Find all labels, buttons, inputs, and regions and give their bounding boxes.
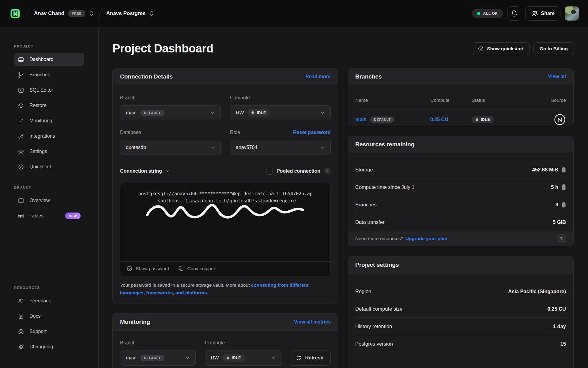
check-circle-icon bbox=[18, 164, 24, 170]
lifebuoy-icon bbox=[18, 328, 24, 335]
monitoring-compute-select[interactable]: RW IDLE bbox=[205, 351, 282, 366]
compute-select[interactable]: RW IDLE bbox=[230, 105, 331, 120]
sidebar-item-restore[interactable]: Restore bbox=[14, 99, 84, 112]
database-value: quotesdb bbox=[126, 145, 146, 150]
go-to-billing-label: Go to Billing bbox=[540, 46, 568, 52]
idle-dot-icon bbox=[476, 118, 478, 121]
user-avatar[interactable] bbox=[565, 6, 579, 21]
sidebar-spacer bbox=[14, 225, 84, 286]
status-text: ALL OK bbox=[483, 11, 498, 16]
table-icon bbox=[18, 213, 24, 219]
pooled-connection-label: Pooled connection bbox=[277, 168, 320, 174]
sidebar-item-changelog[interactable]: Changelog bbox=[14, 340, 84, 353]
setting-row-compute-size: Default compute size 0.25 CU bbox=[355, 300, 566, 318]
branch-table-row: main DEFAULT 0.25 CU IDLE bbox=[355, 113, 566, 126]
resource-value: 452.68 MiB bbox=[532, 167, 558, 173]
sidebar-item-support[interactable]: Support bbox=[14, 325, 84, 338]
breadcrumb-divider bbox=[26, 8, 29, 18]
upgrade-plan-link[interactable]: Upgrade your plan bbox=[405, 236, 447, 241]
sidebar-item-docs[interactable]: Docs bbox=[14, 310, 84, 323]
monitoring-compute-field: Compute RW IDLE bbox=[205, 340, 282, 366]
sidebar: PROJECT Dashboard Branches SQL Editor Re… bbox=[0, 27, 99, 368]
monitoring-title: Monitoring bbox=[120, 319, 150, 325]
sidebar-item-quickstart[interactable]: Quickstart bbox=[14, 160, 84, 173]
pooled-help-icon[interactable]: ? bbox=[324, 168, 331, 174]
monitoring-branch-select[interactable]: main DEFAULT bbox=[120, 351, 196, 366]
chevron-down-icon bbox=[185, 355, 190, 360]
breadcrumb-project[interactable]: Anavs Postgres bbox=[106, 10, 154, 17]
view-all-metrics-link[interactable]: View all metrics bbox=[294, 319, 331, 325]
sidebar-item-integrations[interactable]: Integrations bbox=[14, 130, 84, 143]
sidebar-item-label: SQL Editor bbox=[29, 87, 53, 93]
chevron-down-icon bbox=[271, 355, 276, 360]
branch-value: main bbox=[126, 355, 137, 361]
copy-snippet-button[interactable]: Copy snippet bbox=[178, 266, 215, 272]
connection-string-toggle[interactable]: Connection string bbox=[120, 168, 170, 174]
project-settings-card: Project settings Region Asia Pacific (Si… bbox=[348, 256, 574, 368]
share-button[interactable]: Share bbox=[526, 6, 560, 21]
connection-details-title: Connection Details bbox=[120, 73, 173, 80]
reset-password-link[interactable]: Reset password bbox=[293, 130, 331, 135]
read-more-link[interactable]: Read more bbox=[305, 74, 331, 79]
branch-select[interactable]: main DEFAULT bbox=[120, 105, 221, 120]
setting-value: 0.25 CU bbox=[547, 306, 566, 312]
sidebar-item-overview[interactable]: Overview bbox=[14, 194, 84, 207]
setting-value: Asia Pacific (Singapore) bbox=[508, 289, 566, 294]
window-icon bbox=[18, 197, 24, 204]
sidebar-item-tables[interactable]: Tables NEW bbox=[14, 209, 84, 222]
chevron-updown-icon[interactable] bbox=[89, 10, 94, 16]
sidebar-item-label: Tables bbox=[29, 213, 43, 219]
role-value: anav5704 bbox=[236, 145, 257, 150]
database-select[interactable]: quotesdb bbox=[120, 140, 221, 155]
default-badge: DEFAULT bbox=[140, 110, 164, 116]
org-name: Anav Chand bbox=[34, 10, 64, 17]
setting-row-postgres-version: Postgres version 15 bbox=[355, 335, 566, 353]
chevron-updown-icon[interactable] bbox=[149, 10, 154, 16]
battery-icon bbox=[562, 167, 566, 173]
default-badge: DEFAULT bbox=[370, 117, 394, 123]
sidebar-item-branches[interactable]: Branches bbox=[14, 68, 84, 81]
show-password-button[interactable]: Show password bbox=[126, 266, 169, 272]
show-quickstart-button[interactable]: Show quickstart bbox=[472, 42, 530, 55]
refresh-button[interactable]: Refresh bbox=[289, 351, 331, 366]
pooled-connection-checkbox[interactable] bbox=[266, 168, 273, 174]
sidebar-item-sql-editor[interactable]: SQL Editor bbox=[14, 84, 84, 97]
terminal-icon bbox=[18, 87, 24, 94]
copy-snippet-label: Copy snippet bbox=[187, 266, 215, 271]
resource-label: Data transfer bbox=[355, 219, 384, 225]
battery-icon bbox=[562, 201, 566, 208]
resource-label: Storage bbox=[355, 167, 373, 173]
notifications-button[interactable] bbox=[507, 6, 521, 21]
branch-name-link[interactable]: main bbox=[355, 117, 367, 122]
sidebar-item-feedback[interactable]: Feedback bbox=[14, 294, 84, 307]
branch-value: main bbox=[126, 110, 137, 116]
chevron-down-icon bbox=[320, 110, 325, 115]
resource-value: 5 GiB bbox=[553, 219, 566, 225]
resource-label: Branches bbox=[355, 202, 377, 208]
view-all-branches-link[interactable]: View all bbox=[548, 74, 566, 79]
connection-string-block: postgresql://anav5704:************@ep-de… bbox=[120, 183, 331, 276]
setting-label: Region bbox=[355, 289, 371, 294]
breadcrumb-org[interactable]: Anav Chand FREE bbox=[34, 10, 94, 17]
sidebar-item-monitoring[interactable]: Monitoring bbox=[14, 114, 84, 127]
status-badge[interactable]: ALL OK bbox=[472, 9, 503, 18]
setting-label: Postgres version bbox=[355, 341, 393, 347]
share-label: Share bbox=[541, 11, 555, 16]
chevron-down-icon bbox=[320, 145, 325, 150]
sidebar-item-dashboard[interactable]: Dashboard bbox=[14, 53, 84, 66]
idle-dot-icon bbox=[251, 111, 254, 114]
role-select[interactable]: anav5704 bbox=[230, 140, 331, 155]
neon-logo-icon[interactable] bbox=[9, 7, 21, 20]
sidebar-item-label: Overview bbox=[29, 198, 50, 203]
plan-badge: FREE bbox=[68, 10, 85, 17]
chevron-down-icon bbox=[210, 145, 215, 150]
go-to-billing-button[interactable]: Go to Billing bbox=[533, 42, 574, 55]
changelog-icon bbox=[18, 344, 24, 350]
setting-value: 15 bbox=[560, 341, 566, 347]
resource-row-branches: Branches 9 bbox=[355, 196, 566, 213]
branch-field: Branch main DEFAULT bbox=[120, 95, 221, 120]
sidebar-item-settings[interactable]: Settings bbox=[14, 145, 84, 158]
column-status: Status bbox=[472, 98, 551, 103]
resources-help-icon[interactable]: ? bbox=[557, 234, 566, 243]
refresh-label: Refresh bbox=[305, 355, 323, 361]
